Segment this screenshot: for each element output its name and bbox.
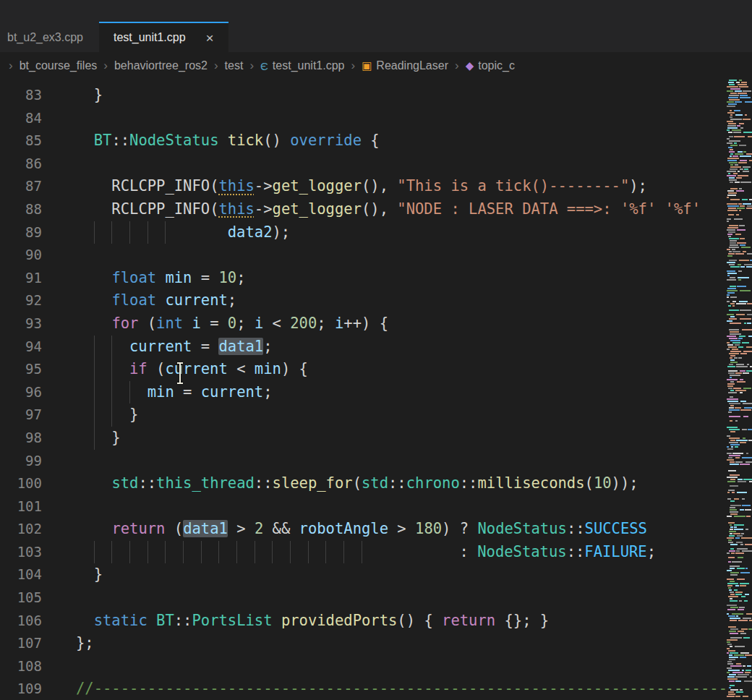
minimap-line <box>727 513 752 515</box>
code-text[interactable]: } <box>58 84 727 107</box>
code-text[interactable]: BT::NodeStatus tick() override { <box>58 129 727 153</box>
code-token: :: <box>567 520 585 537</box>
minimap[interactable] <box>727 80 752 700</box>
minimap-segment <box>727 344 733 346</box>
code-text[interactable]: RCLCPP_INFO(this->get_logger(), "This is… <box>58 175 727 198</box>
breadcrumb: › bt_course_files › behaviortree_ros2 › … <box>0 52 752 80</box>
minimap-segment <box>727 644 732 645</box>
minimap-line <box>727 516 752 517</box>
breadcrumb-item-readinglaser[interactable]: ▣ ReadingLaser <box>362 59 448 72</box>
code-text[interactable]: current = data1; <box>58 336 727 359</box>
code-line[interactable]: 106 static BT::PortsList providedPorts()… <box>0 610 727 633</box>
minimap-segment <box>730 431 735 432</box>
code-text[interactable]: } <box>58 563 727 586</box>
code-text[interactable] <box>58 107 727 130</box>
minimap-line <box>727 368 752 370</box>
code-line[interactable]: 109//-----------------------------------… <box>0 678 727 700</box>
tab-test_unit1-cpp[interactable]: test_unit1.cpp × <box>99 22 228 52</box>
code-text[interactable]: return (data1 > 2 && robotAngle > 180) ?… <box>58 518 727 541</box>
minimap-segment <box>746 370 752 372</box>
code-line[interactable]: 101 <box>0 495 727 518</box>
code-line[interactable]: 88 RCLCPP_INFO(this->get_logger(), "NODE… <box>0 198 727 221</box>
code-line[interactable]: 103 : NodeStatus::FAILURE; <box>0 541 727 564</box>
code-text[interactable]: min = current; <box>58 381 727 404</box>
code-text[interactable] <box>58 586 727 610</box>
code-token <box>76 383 94 401</box>
code-text[interactable]: } <box>58 404 727 427</box>
minimap-segment <box>727 383 735 385</box>
code-line[interactable]: 84 <box>0 107 727 130</box>
breadcrumb-item-test_unit1-cpp[interactable]: Є test_unit1.cpp <box>260 59 344 72</box>
minimap-segment <box>730 199 740 200</box>
minimap-segment <box>727 294 730 296</box>
code-line[interactable]: 89 data2); <box>0 221 727 244</box>
code-text[interactable]: //--------------------------------------… <box>58 678 727 700</box>
code-text[interactable]: data2); <box>58 221 727 244</box>
minimap-line <box>727 99 752 101</box>
minimap-line <box>727 609 752 610</box>
code-text[interactable] <box>58 655 727 678</box>
mouse-cursor-ibeam <box>176 362 184 384</box>
code-line[interactable]: 97 } <box>0 404 727 427</box>
code-text[interactable]: float min = 10; <box>58 267 727 290</box>
breadcrumb-item-behaviortree_ros2[interactable]: behaviortree_ros2 <box>114 59 208 72</box>
minimap-line <box>727 195 752 196</box>
code-text[interactable]: for (int i = 0; i < 200; i++) { <box>58 312 727 336</box>
minimap-segment <box>727 498 731 500</box>
code-line[interactable]: 91 float min = 10; <box>0 267 727 290</box>
minimap-line <box>727 398 752 400</box>
code-text[interactable] <box>58 495 727 518</box>
minimap-segment <box>734 589 738 591</box>
minimap-line <box>727 362 752 363</box>
code-pane[interactable]: 83 }8485 BT::NodeStatus tick() override … <box>0 80 727 700</box>
minimap-line <box>727 364 752 365</box>
code-line[interactable]: 86 <box>0 153 727 176</box>
code-line[interactable]: 100 std::this_thread::sleep_for(std::chr… <box>0 472 727 495</box>
code-text[interactable]: if (current < min) { <box>58 358 727 381</box>
minimap-line <box>727 433 752 435</box>
code-text[interactable]: }; <box>58 632 727 655</box>
code-text[interactable]: RCLCPP_INFO(this->get_logger(), "NODE : … <box>58 198 727 221</box>
code-line[interactable]: 96 min = current; <box>0 381 727 404</box>
code-line[interactable]: 102 return (data1 > 2 && robotAngle > 18… <box>0 518 727 541</box>
line-number: 94 <box>0 336 58 359</box>
minimap-line <box>727 182 752 183</box>
code-text[interactable] <box>58 450 727 473</box>
minimap-segment <box>730 242 736 244</box>
code-line[interactable]: 107}; <box>0 632 727 655</box>
code-line[interactable]: 98 } <box>0 427 727 450</box>
minimap-segment <box>729 659 735 660</box>
code-line[interactable]: 108 <box>0 655 727 678</box>
code-text[interactable]: float current; <box>58 289 727 312</box>
breadcrumb-item-test[interactable]: test <box>225 59 244 72</box>
minimap-segment <box>738 557 743 558</box>
editor[interactable]: 83 }8485 BT::NodeStatus tick() override … <box>0 80 752 700</box>
code-text[interactable] <box>58 244 727 267</box>
code-line[interactable]: 105 <box>0 586 727 610</box>
code-line[interactable]: 94 current = data1; <box>0 336 727 359</box>
minimap-segment <box>727 288 736 289</box>
code-line[interactable]: 87 RCLCPP_INFO(this->get_logger(), "This… <box>0 175 727 198</box>
code-line[interactable]: 99 <box>0 450 727 473</box>
breadcrumb-item-bt_course_files[interactable]: bt_course_files <box>20 59 98 72</box>
minimap-segment <box>730 620 737 621</box>
code-line[interactable]: 92 float current; <box>0 289 727 312</box>
code-token <box>76 223 94 241</box>
minimap-line <box>727 672 752 673</box>
code-text[interactable]: : NodeStatus::FAILURE; <box>58 541 727 564</box>
code-text[interactable]: } <box>58 427 727 450</box>
code-line[interactable]: 85 BT::NodeStatus tick() override { <box>0 129 727 153</box>
code-line[interactable]: 104 } <box>0 563 727 586</box>
code-line[interactable]: 83 } <box>0 84 727 107</box>
code-line[interactable]: 93 for (int i = 0; i < 200; i++) { <box>0 312 727 336</box>
minimap-segment <box>740 370 745 372</box>
code-text[interactable]: static BT::PortsList providedPorts() { r… <box>58 610 727 633</box>
code-line[interactable]: 95 if (current < min) { <box>0 358 727 381</box>
tab-bt_u2_ex3-cpp[interactable]: bt_u2_ex3.cpp <box>0 22 96 52</box>
tab-close-icon[interactable]: × <box>206 31 214 45</box>
minimap-line <box>727 342 752 343</box>
code-text[interactable] <box>58 153 727 176</box>
code-text[interactable]: std::this_thread::sleep_for(std::chrono:… <box>58 472 727 495</box>
breadcrumb-item-topic[interactable]: ◆ topic_c <box>466 59 515 72</box>
code-line[interactable]: 90 <box>0 244 727 267</box>
